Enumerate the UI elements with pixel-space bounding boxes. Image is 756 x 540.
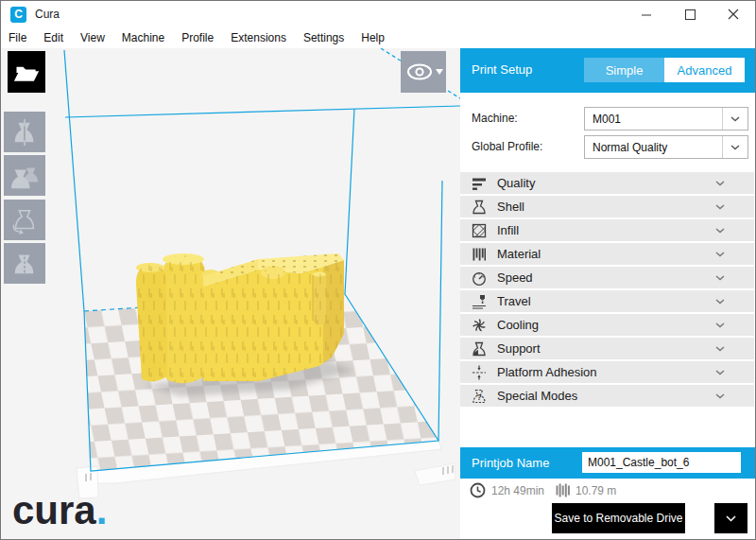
category-infill[interactable]: Infill: [460, 219, 754, 241]
machine-select-arrow[interactable]: [722, 108, 747, 130]
menu-help[interactable]: Help: [361, 31, 393, 44]
mode-toggle: Simple Advanced: [584, 58, 745, 82]
chevron-down-icon: [715, 252, 725, 257]
global-profile-label: Global Profile:: [472, 140, 542, 153]
rotate-tool-button[interactable]: [4, 200, 45, 240]
global-profile-select-arrow[interactable]: [722, 136, 747, 158]
printjob-bar: Printjob Name: [460, 447, 756, 479]
move-tool-icon: [9, 117, 40, 148]
minimize-icon: [642, 9, 652, 20]
menu-extensions[interactable]: Extensions: [231, 31, 295, 44]
category-support[interactable]: Support: [460, 338, 754, 359]
chevron-down-icon: [715, 346, 725, 352]
travel-icon: [472, 294, 489, 309]
chevron-down-icon: [715, 322, 725, 328]
global-profile-select[interactable]: Normal Quality: [584, 135, 748, 159]
special-modes-icon: ?: [472, 389, 489, 404]
cooling-icon: [472, 318, 489, 333]
scene-canvas: [1, 48, 460, 540]
menubar: File Edit View Machine Profile Extension…: [1, 27, 755, 48]
print-time-icon: [470, 482, 486, 498]
cura-logo-icon: C: [10, 7, 26, 23]
menu-machine[interactable]: Machine: [122, 31, 173, 44]
machine-label: Machine:: [472, 112, 518, 125]
shell-icon: [472, 200, 489, 215]
move-tool-button[interactable]: [4, 112, 45, 152]
scale-tool-button[interactable]: [4, 155, 45, 196]
menu-profile[interactable]: Profile: [181, 31, 222, 44]
window-title: Cura: [35, 8, 60, 21]
logo-text: cura: [12, 488, 96, 532]
cura-logo: cura.: [12, 491, 107, 531]
category-platform-adhesion[interactable]: Platform Adhesion: [460, 361, 754, 383]
advanced-mode-button[interactable]: Advanced: [664, 58, 745, 82]
chevron-down-icon: [715, 204, 725, 210]
chevron-down-icon: [715, 181, 725, 186]
machine-value: M001: [585, 108, 722, 130]
quality-icon: [472, 176, 489, 191]
global-profile-value: Normal Quality: [585, 136, 722, 158]
3d-viewport[interactable]: cura.: [1, 48, 460, 540]
speed-icon: [472, 270, 489, 286]
menu-file[interactable]: File: [9, 31, 35, 44]
category-quality[interactable]: Quality: [460, 172, 754, 194]
chevron-down-icon: [726, 515, 736, 522]
category-shell[interactable]: Shell: [460, 196, 754, 218]
chevron-down-icon: [715, 393, 725, 399]
chevron-down-icon: [730, 145, 740, 150]
printjob-name-input[interactable]: [582, 452, 741, 473]
menu-edit[interactable]: Edit: [43, 31, 72, 44]
printjob-name-label: Printjob Name: [472, 456, 549, 470]
material-length-value: 10.79 m: [576, 484, 616, 497]
category-material[interactable]: Material: [460, 243, 754, 265]
svg-text:?: ?: [476, 392, 481, 402]
save-target-dropdown-button[interactable]: [714, 503, 747, 533]
category-special-modes[interactable]: ? Special Modes: [460, 385, 754, 407]
eye-icon: [402, 58, 445, 86]
menu-view[interactable]: View: [80, 31, 113, 44]
chevron-down-icon: [715, 275, 725, 281]
view-mode-button[interactable]: [401, 51, 446, 93]
close-button[interactable]: [712, 1, 755, 27]
machine-select[interactable]: M001: [584, 107, 748, 131]
adhesion-icon: [472, 365, 489, 380]
print-setup-header: Print Setup Simple Advanced: [460, 48, 756, 93]
cura-window: { "window": { "title": "Cura" }, "menu":…: [0, 0, 756, 540]
chevron-down-icon: [730, 116, 740, 122]
settings-categories: Quality Shell Infill: [460, 172, 756, 409]
chevron-down-icon: [715, 228, 725, 234]
print-time-value: 12h 49min: [491, 484, 544, 497]
save-to-removable-drive-button[interactable]: Save to Removable Drive: [552, 503, 685, 533]
open-folder-icon: [12, 59, 41, 85]
material-length-icon: [556, 482, 571, 498]
print-setup-title: Print Setup: [472, 62, 532, 77]
window-controls: [625, 1, 755, 27]
close-icon: [728, 9, 739, 20]
infill-icon: [472, 223, 489, 238]
mirror-tool-icon: [9, 249, 40, 279]
category-speed[interactable]: Speed: [460, 267, 754, 288]
chevron-down-icon: [436, 69, 443, 75]
category-travel[interactable]: Travel: [460, 290, 754, 312]
print-setup-panel: Print Setup Simple Advanced Machine: M00…: [460, 48, 756, 540]
maximize-icon: [685, 9, 696, 20]
mirror-tool-button[interactable]: [4, 243, 45, 284]
rotate-tool-icon: [9, 205, 40, 235]
chevron-down-icon: [715, 370, 725, 375]
support-icon: [472, 341, 489, 357]
titlebar[interactable]: C Cura: [1, 1, 755, 27]
menu-settings[interactable]: Settings: [303, 31, 352, 44]
minimize-button[interactable]: [625, 1, 668, 27]
open-file-button[interactable]: [8, 51, 45, 93]
logo-dot: .: [96, 488, 108, 532]
category-cooling[interactable]: Cooling: [460, 314, 754, 336]
material-icon: [472, 247, 489, 262]
maximize-button[interactable]: [668, 1, 712, 27]
scale-tool-icon: [9, 161, 40, 191]
chevron-down-icon: [715, 299, 725, 305]
simple-mode-button[interactable]: Simple: [584, 58, 664, 82]
